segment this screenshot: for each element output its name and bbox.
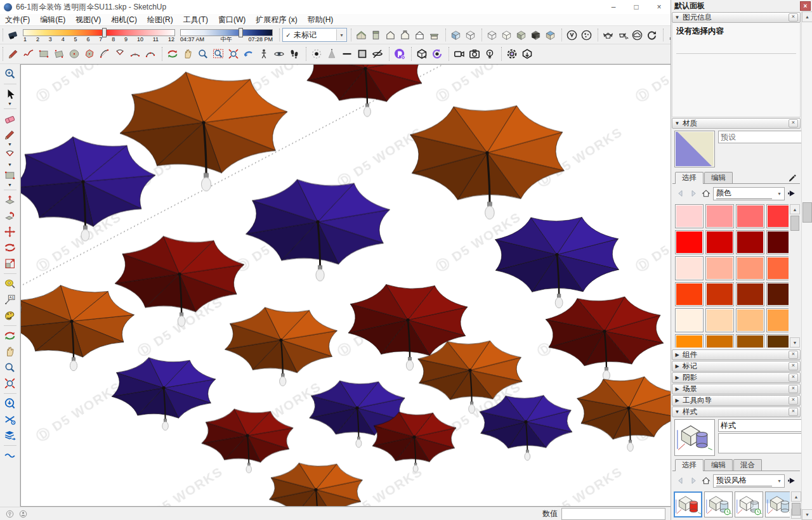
back-view-button[interactable] xyxy=(398,27,412,42)
umbrella[interactable] xyxy=(577,377,671,452)
umbrella[interactable] xyxy=(112,358,215,431)
line-tool-button[interactable] xyxy=(6,46,21,62)
zoom-window-tool-button[interactable] xyxy=(211,46,226,62)
shaded-style-button[interactable] xyxy=(514,27,528,42)
maximize-button[interactable]: □ xyxy=(625,0,648,14)
tray-close-icon[interactable]: × xyxy=(800,1,811,11)
close-icon[interactable]: × xyxy=(789,351,798,359)
scale-tool-button[interactable] xyxy=(1,256,18,271)
close-icon[interactable]: × xyxy=(789,408,798,416)
iso-view-button[interactable] xyxy=(354,27,369,42)
chevron-down-icon[interactable]: ▾ xyxy=(336,29,346,41)
scroll-thumb[interactable] xyxy=(802,202,812,223)
chevron-down-icon[interactable]: ▾ xyxy=(775,478,784,484)
hidden-geometry-button[interactable] xyxy=(370,46,385,62)
model-viewport[interactable]: Ⓓ D5 WORKSⒹ D5 WORKSⒹ D5 WORKSⒹ D5 WORKS… xyxy=(20,64,671,507)
expand-icon[interactable]: ▶ xyxy=(674,363,680,369)
flyout-caret-icon[interactable]: ▼ xyxy=(8,163,12,167)
color-swatch[interactable] xyxy=(736,334,764,348)
section-entity-info[interactable]: ▼ 图元信息 × xyxy=(672,12,801,23)
measurements-input[interactable] xyxy=(561,508,665,520)
zoom-area-button[interactable] xyxy=(1,66,18,82)
geolocation-icon[interactable] xyxy=(5,509,15,519)
details-arrow-icon[interactable] xyxy=(786,475,797,486)
flyout-caret-icon[interactable]: ▼ xyxy=(8,102,12,107)
date-slider-handle[interactable] xyxy=(102,28,107,37)
style-name-input[interactable] xyxy=(718,419,801,432)
color-swatch[interactable] xyxy=(675,204,704,228)
d5-photo-button[interactable] xyxy=(467,46,482,62)
section-components[interactable]: ▶组件× xyxy=(672,349,801,360)
color-swatch[interactable] xyxy=(766,308,789,332)
umbrella[interactable] xyxy=(225,308,337,386)
style-thumb[interactable] xyxy=(674,491,702,517)
color-swatch[interactable] xyxy=(766,204,789,228)
orbit-tool-button[interactable] xyxy=(1,328,18,344)
xray-style-button[interactable] xyxy=(449,27,463,42)
flyout-caret-icon[interactable]: ▼ xyxy=(8,183,12,188)
tray-scrollbar[interactable]: ▲▼ xyxy=(801,11,812,520)
details-arrow-icon[interactable] xyxy=(786,188,797,199)
render-select-button[interactable] xyxy=(615,27,630,42)
color-swatch[interactable] xyxy=(675,230,704,254)
menu-draw[interactable]: 绘图(R) xyxy=(142,15,178,25)
style-thumb[interactable] xyxy=(704,491,733,517)
menu-view[interactable]: 视图(V) xyxy=(70,15,106,25)
d5-export-button[interactable] xyxy=(520,46,535,62)
arc-tool-button[interactable] xyxy=(97,46,112,62)
minimize-button[interactable]: – xyxy=(602,0,625,14)
close-icon[interactable]: × xyxy=(789,119,798,127)
back-arrow-icon[interactable] xyxy=(675,475,686,486)
position-camera-button[interactable] xyxy=(256,46,272,62)
collapse-icon[interactable]: ▼ xyxy=(674,120,680,126)
color-swatch[interactable] xyxy=(705,308,734,332)
paint-tool-button[interactable] xyxy=(1,308,18,323)
move-tool-button[interactable] xyxy=(1,224,18,240)
time-slider-handle[interactable] xyxy=(239,28,243,37)
umbrella[interactable] xyxy=(115,237,244,327)
color-swatch[interactable] xyxy=(736,256,764,280)
plugin-section-button[interactable] xyxy=(1,412,18,427)
pie-tool-button[interactable] xyxy=(112,46,128,62)
monochrome-style-button[interactable] xyxy=(543,27,558,42)
scroll-down-icon[interactable]: ▼ xyxy=(790,337,800,348)
swatch-scrollbar[interactable]: ▲▼ xyxy=(790,204,799,348)
d5-light-button[interactable] xyxy=(482,46,497,62)
styles-tab-edit[interactable]: 编辑 xyxy=(704,459,733,471)
d5-settings-button[interactable] xyxy=(504,46,520,62)
umbrella[interactable] xyxy=(21,137,155,241)
color-swatch[interactable] xyxy=(705,334,734,348)
vray-asset-button[interactable] xyxy=(579,27,594,42)
home-icon[interactable] xyxy=(700,475,712,486)
umbrella[interactable] xyxy=(410,106,565,219)
zoom-extents-tool-button[interactable] xyxy=(1,375,18,391)
menu-window[interactable]: 窗口(W) xyxy=(213,15,251,25)
chevron-down-icon[interactable]: ▾ xyxy=(775,191,784,197)
scroll-track[interactable] xyxy=(802,22,812,509)
tag-dropdown[interactable]: ✓ 未标记 ▾ xyxy=(282,28,347,42)
color-swatch[interactable] xyxy=(675,308,704,332)
home-icon[interactable] xyxy=(700,188,712,199)
rectangle-tool-button[interactable] xyxy=(36,46,51,62)
color-swatch[interactable] xyxy=(766,256,789,280)
material-collection-dropdown[interactable]: 颜色 ▾ xyxy=(713,187,785,200)
circle-tool-button[interactable] xyxy=(67,46,82,62)
close-button[interactable]: × xyxy=(648,0,671,14)
style-description-box[interactable] xyxy=(718,433,801,453)
expand-icon[interactable]: ▶ xyxy=(674,375,680,380)
render-queue-button[interactable] xyxy=(666,27,671,42)
styles-tab-select[interactable]: 选择 xyxy=(675,459,704,471)
scroll-thumb[interactable] xyxy=(790,216,799,231)
collapse-icon[interactable]: ▼ xyxy=(674,409,680,415)
walk-tool-button[interactable] xyxy=(287,46,302,62)
umbrella[interactable] xyxy=(307,65,424,117)
credits-icon[interactable] xyxy=(18,509,28,519)
eraser-tool-button[interactable] xyxy=(1,111,18,127)
section-styles[interactable]: ▼ 样式 × xyxy=(672,406,801,417)
wireframe-style-button[interactable] xyxy=(463,27,478,42)
right-view-button[interactable] xyxy=(427,27,442,42)
umbrella[interactable] xyxy=(270,463,363,506)
zoom-tool-button[interactable] xyxy=(195,46,211,62)
color-swatch[interactable] xyxy=(766,230,789,254)
text-tool-button[interactable]: A1 xyxy=(1,292,18,308)
